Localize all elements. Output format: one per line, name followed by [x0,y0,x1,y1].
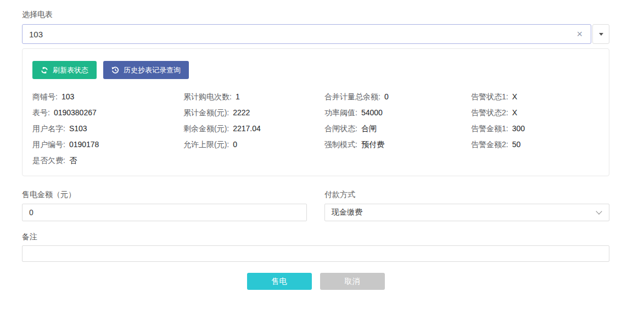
chevron-down-icon [596,208,602,214]
sell-amount-input[interactable] [22,204,307,221]
field-value: 否 [69,156,77,165]
field-label: 累计金额(元): [183,108,229,117]
info-field-alarm-amount-2: 告警金额2:50 [471,137,599,153]
sell-amount-field: 售电金额（元） [22,189,307,221]
payment-method-select[interactable]: 现金缴费 [324,204,609,221]
field-label: 合并计量总余额: [324,92,380,101]
field-value: 103 [61,92,74,101]
sell-button[interactable]: 售电 [247,273,312,290]
refresh-icon [41,66,48,74]
info-field-meter-no: 表号:0190380267 [32,105,183,121]
info-field-remaining-amount: 剩余金额(元):2217.04 [183,121,324,137]
field-value: 0190178 [69,140,99,149]
info-field-alarm-state-2: 告警状态2:X [471,105,599,121]
meter-info-panel: 刷新表状态 历史抄表记录查询 商铺号:103 表号:0 [22,48,609,176]
payment-method-label: 付款方式 [324,189,609,200]
info-field-switch-state: 合闸状态:合闸 [324,121,471,137]
field-value: 0 [384,92,389,101]
info-field-allowed-limit: 允许上限(元):0 [183,137,324,153]
field-value: 50 [512,140,521,149]
meter-info-grid: 商铺号:103 表号:0190380267 用户名字:S103 用户编号:019… [32,89,599,169]
field-label: 告警状态1: [471,92,508,101]
field-value: 0 [233,140,237,149]
meter-select-label: 选择电表 [22,9,609,20]
info-field-user-name: 用户名字:S103 [32,121,183,137]
field-label: 表号: [32,108,50,117]
info-column-status: 合并计量总余额:0 功率阈值:54000 合闸状态:合闸 强制模式:预付费 [324,89,471,169]
field-label: 告警金额2: [471,140,508,149]
info-field-alarm-amount-1: 告警金额1:300 [471,121,599,137]
history-records-button[interactable]: 历史抄表记录查询 [103,61,189,79]
field-label: 功率阈值: [324,108,357,117]
info-field-combined-balance: 合并计量总余额:0 [324,89,471,105]
field-value: 预付费 [361,140,384,149]
field-label: 告警金额1: [471,124,508,133]
remark-label: 备注 [22,231,609,242]
form-actions: 售电 取消 [22,273,609,290]
cancel-button[interactable]: 取消 [320,273,385,290]
field-label: 告警状态2: [471,108,508,117]
field-label: 剩余金额(元): [183,124,229,133]
info-column-alarms: 告警状态1:X 告警状态2:X 告警金额1:300 告警金额2:50 [471,89,599,169]
info-field-power-threshold: 功率阈值:54000 [324,105,471,121]
info-field-alarm-state-1: 告警状态1:X [471,89,599,105]
info-column-amounts: 累计购电次数:1 累计金额(元):2222 剩余金额(元):2217.04 允许… [183,89,324,169]
field-label: 累计购电次数: [183,92,232,101]
payment-method-value: 现金缴费 [332,208,362,217]
sell-power-form: 选择电表 × 刷新表状态 [22,9,609,290]
info-field-total-amount: 累计金额(元):2222 [183,105,324,121]
meter-combobox: × [22,24,609,44]
meter-dropdown-button[interactable] [592,24,609,44]
field-value: 合闸 [361,124,377,133]
field-value: 2222 [233,108,250,117]
info-field-purchase-count: 累计购电次数:1 [183,89,324,105]
sell-amount-label: 售电金额（元） [22,189,307,200]
field-label: 合闸状态: [324,124,357,133]
field-value: 0190380267 [54,108,97,117]
field-value: 300 [512,124,525,133]
history-records-label: 历史抄表记录查询 [124,65,181,75]
info-field-arrears: 是否欠费:否 [32,153,183,169]
field-label: 是否欠费: [32,156,65,165]
field-label: 商铺号: [32,92,58,101]
history-icon [111,66,119,74]
field-label: 用户名字: [32,124,65,133]
meter-select-input-wrap: × [22,24,591,44]
remark-field: 备注 [22,231,609,262]
field-label: 用户编号: [32,140,65,149]
field-value: 54000 [361,108,383,117]
remark-input[interactable] [22,245,609,262]
info-field-forced-mode: 强制模式:预付费 [324,137,471,153]
meter-select-input[interactable] [23,25,591,43]
field-value: X [512,108,517,117]
field-label: 强制模式: [324,140,357,149]
payment-method-field: 付款方式 现金缴费 [324,189,609,221]
info-column-shop: 商铺号:103 表号:0190380267 用户名字:S103 用户编号:019… [32,89,183,169]
refresh-status-label: 刷新表状态 [53,65,88,75]
field-value: 2217.04 [233,124,261,133]
field-value: X [512,92,517,101]
field-value: 1 [236,92,240,101]
payment-form-row: 售电金额（元） 付款方式 现金缴费 [22,189,609,221]
clear-icon[interactable]: × [576,29,583,39]
field-value: S103 [69,124,87,133]
field-label: 允许上限(元): [183,140,229,149]
chevron-down-icon [599,33,603,36]
info-field-user-no: 用户编号:0190178 [32,137,183,153]
info-field-shop-no: 商铺号:103 [32,89,183,105]
refresh-status-button[interactable]: 刷新表状态 [32,61,97,79]
panel-toolbar: 刷新表状态 历史抄表记录查询 [32,61,599,79]
